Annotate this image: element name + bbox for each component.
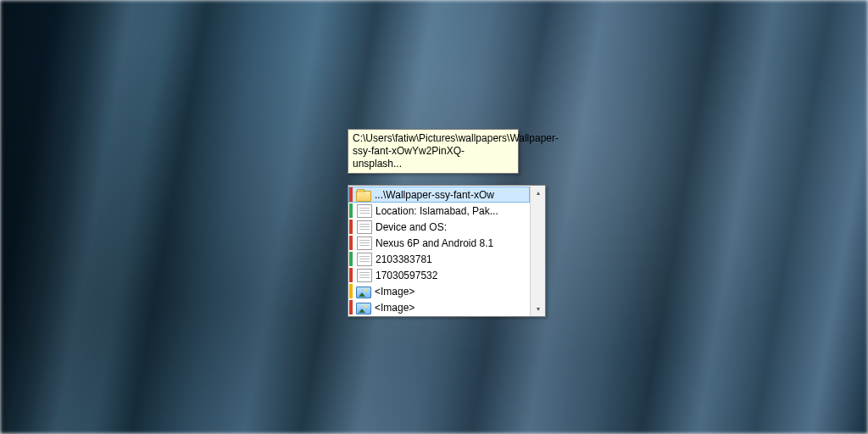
color-mark: [349, 236, 353, 250]
list-item-label: 17030597532: [376, 270, 528, 281]
list-item-label: <Image>: [375, 302, 528, 314]
scroll-up-button[interactable]: ▴: [531, 186, 545, 200]
document-icon: [357, 220, 372, 234]
clipboard-list: ...\Wallpaper-ssy-fant-xOwLocation: Isla…: [348, 186, 530, 316]
color-mark: [349, 268, 353, 282]
chevron-up-icon: ▴: [537, 189, 540, 197]
folder-icon: [356, 191, 371, 202]
color-mark: [349, 300, 353, 314]
list-item-label: <Image>: [375, 286, 528, 298]
color-mark: [349, 252, 353, 266]
list-item-label: Nexus 6P and Android 8.1: [376, 237, 528, 249]
list-item-label: Location: Islamabad, Pak...: [376, 205, 528, 217]
document-icon: [357, 236, 372, 250]
color-mark: [349, 187, 353, 202]
list-item-label: Device and OS:: [376, 221, 528, 233]
list-item[interactable]: Device and OS:: [348, 219, 530, 235]
list-item-label: 2103383781: [376, 253, 528, 265]
list-item-label: ...\Wallpaper-ssy-fant-xOw: [375, 189, 528, 201]
list-item[interactable]: ...\Wallpaper-ssy-fant-xOw: [348, 186, 530, 203]
list-item[interactable]: <Image>: [348, 283, 530, 299]
path-tooltip: C:\Users\fatiw\Pictures\wallpapers\Wallp…: [348, 129, 519, 174]
list-item[interactable]: 2103383781: [348, 251, 530, 267]
color-mark: [349, 220, 353, 234]
scroll-down-button[interactable]: ▾: [531, 302, 545, 316]
clipboard-history-panel[interactable]: ...\Wallpaper-ssy-fant-xOwLocation: Isla…: [348, 185, 546, 317]
picture-icon: [356, 287, 371, 298]
document-icon: [357, 253, 372, 266]
chevron-down-icon: ▾: [537, 305, 540, 313]
list-item[interactable]: <Image>: [348, 299, 530, 315]
document-icon: [357, 269, 372, 282]
list-item[interactable]: Location: Islamabad, Pak...: [348, 203, 530, 219]
scrollbar[interactable]: ▴ ▾: [530, 186, 545, 316]
list-item[interactable]: 17030597532: [348, 267, 530, 283]
color-mark: [349, 203, 353, 218]
list-item[interactable]: Nexus 6P and Android 8.1: [348, 235, 530, 251]
picture-icon: [356, 303, 371, 314]
document-icon: [357, 204, 372, 218]
color-mark: [349, 284, 353, 298]
